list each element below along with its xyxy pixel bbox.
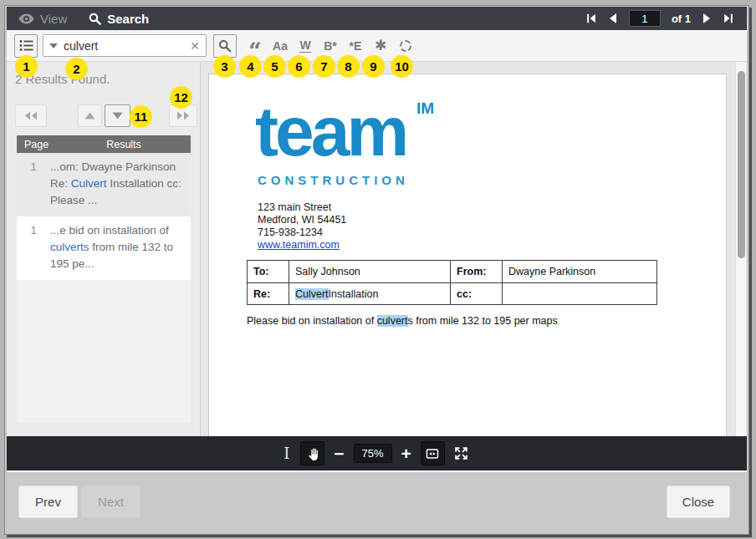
re-value: Culvert Installation bbox=[289, 282, 450, 304]
last-page-button[interactable] bbox=[723, 13, 734, 24]
first-result-button[interactable] bbox=[15, 104, 47, 127]
content-area: 2 Results Found. Page Results bbox=[7, 62, 747, 436]
mode-tabs: View Search bbox=[7, 12, 149, 26]
last-result-button[interactable] bbox=[169, 104, 197, 127]
result-row[interactable]: 1...e bid on installation of culverts fr… bbox=[17, 216, 191, 280]
down-arrow-icon bbox=[112, 112, 123, 119]
search-input[interactable] bbox=[64, 39, 186, 53]
zoom-in-button[interactable]: + bbox=[400, 444, 413, 464]
exact-phrase-button[interactable]: “ bbox=[245, 35, 265, 57]
logo-subtitle: CONSTRUCTION bbox=[258, 173, 409, 187]
previous-page-button[interactable] bbox=[608, 13, 618, 24]
results-navigation bbox=[7, 104, 200, 127]
result-page-number: 1 bbox=[17, 222, 50, 272]
tab-view-label: View bbox=[40, 12, 67, 26]
divider bbox=[7, 470, 747, 472]
zoom-out-button[interactable]: − bbox=[332, 444, 345, 464]
list-icon bbox=[19, 39, 33, 52]
hand-icon bbox=[305, 446, 319, 461]
page-number-input[interactable]: 1 bbox=[629, 10, 661, 27]
whole-word-button[interactable]: W bbox=[295, 35, 315, 57]
from-label: From: bbox=[450, 261, 502, 282]
search-dialog: View Search 1 of 1 bbox=[4, 5, 749, 535]
address-line: 123 main Street bbox=[258, 201, 346, 214]
next-page-icon bbox=[702, 13, 712, 24]
logo-trademark: IM bbox=[416, 99, 434, 118]
address-line: Medford, WI 54451 bbox=[258, 214, 346, 226]
memo-row: To: Sally Johnson From: Dwayne Parkinson bbox=[248, 261, 656, 282]
dashed-circle-icon bbox=[400, 40, 411, 52]
eye-icon bbox=[18, 13, 34, 24]
search-button[interactable] bbox=[213, 34, 237, 58]
results-column-header: Results bbox=[57, 139, 191, 150]
next-result-button[interactable] bbox=[105, 104, 130, 127]
results-table: Page Results 1...om: Dwayne Parkinson Re… bbox=[17, 135, 191, 423]
tab-search-label: Search bbox=[107, 12, 149, 26]
company-logo: team IM bbox=[255, 98, 406, 165]
results-body: 1...om: Dwayne Parkinson Re: Culvert Ins… bbox=[17, 153, 191, 280]
fit-width-button[interactable] bbox=[421, 441, 445, 465]
previous-result-button[interactable] bbox=[78, 104, 102, 127]
pan-tool-button[interactable] bbox=[300, 441, 324, 465]
text-select-tool-icon[interactable]: I bbox=[284, 445, 289, 462]
vertical-scrollbar[interactable] bbox=[735, 62, 746, 436]
document-viewport: team IM CONSTRUCTION 123 main Street Med… bbox=[202, 62, 747, 436]
document-body-text: Please bid on installation of culverts f… bbox=[247, 315, 558, 327]
search-combo-box: ✕ bbox=[43, 34, 207, 57]
first-result-icon bbox=[24, 111, 38, 120]
re-label: Re: bbox=[248, 282, 289, 304]
close-button[interactable]: Close bbox=[667, 486, 730, 518]
scrollbar-thumb[interactable] bbox=[738, 71, 745, 258]
page-total-label: of 1 bbox=[672, 13, 691, 25]
last-page-icon bbox=[723, 13, 734, 24]
zoom-level[interactable]: 75% bbox=[354, 444, 392, 463]
top-bar: View Search 1 of 1 bbox=[7, 7, 747, 30]
first-page-button[interactable] bbox=[585, 13, 597, 24]
expand-icon bbox=[454, 446, 468, 460]
begins-with-button[interactable]: B* bbox=[320, 35, 340, 57]
to-label: To: bbox=[248, 261, 289, 282]
search-icon bbox=[89, 13, 101, 25]
to-value: Sally Johnson bbox=[289, 261, 450, 282]
cc-label: cc: bbox=[450, 282, 502, 304]
search-options: “ Aa W B* *E ✱ bbox=[245, 35, 416, 57]
zoom-toolbar: I − 75% + bbox=[7, 436, 747, 470]
fit-width-icon bbox=[426, 447, 439, 460]
search-toolbar: ✕ “ Aa W B* *E ✱ bbox=[7, 30, 747, 62]
logo-text: team bbox=[255, 92, 406, 170]
next-button[interactable]: Next bbox=[81, 486, 140, 518]
fullscreen-button[interactable] bbox=[452, 446, 470, 460]
up-arrow-icon bbox=[84, 112, 95, 119]
page-column-header: Page bbox=[17, 139, 57, 150]
memo-row: Re: Culvert Installation cc: bbox=[248, 282, 656, 304]
ends-with-button[interactable]: *E bbox=[345, 35, 365, 57]
last-result-icon bbox=[176, 111, 190, 120]
results-count: 2 Results Found. bbox=[15, 72, 110, 86]
proximity-button[interactable] bbox=[396, 35, 416, 57]
search-magnifier-icon bbox=[218, 39, 232, 53]
first-page-icon bbox=[585, 13, 597, 24]
result-row[interactable]: 1...om: Dwayne Parkinson Re: Culvert Ins… bbox=[17, 153, 191, 216]
results-table-header: Page Results bbox=[17, 135, 191, 153]
website-link[interactable]: www.teamim.com bbox=[258, 239, 340, 251]
address-line: 715-938-1234 bbox=[258, 226, 346, 239]
tab-search[interactable]: Search bbox=[89, 12, 149, 26]
cc-value bbox=[502, 282, 656, 304]
document-page: team IM CONSTRUCTION 123 main Street Med… bbox=[208, 74, 727, 436]
match-case-button[interactable]: Aa bbox=[270, 35, 290, 57]
previous-page-icon bbox=[608, 13, 618, 24]
wildcard-button[interactable]: ✱ bbox=[370, 35, 391, 57]
company-address: 123 main Street Medford, WI 54451 715-93… bbox=[258, 201, 346, 252]
next-page-button[interactable] bbox=[702, 13, 712, 24]
result-snippet: ...om: Dwayne Parkinson Re: Culvert Inst… bbox=[50, 159, 187, 209]
result-page-number: 1 bbox=[17, 159, 50, 209]
page-navigation: 1 of 1 bbox=[585, 10, 747, 27]
tab-view[interactable]: View bbox=[18, 12, 67, 26]
prev-button[interactable]: Prev bbox=[18, 486, 78, 518]
results-list-toggle-button[interactable] bbox=[14, 34, 38, 58]
results-empty-area bbox=[17, 280, 191, 423]
dropdown-arrow-icon[interactable] bbox=[49, 43, 58, 48]
memo-table: To: Sally Johnson From: Dwayne Parkinson… bbox=[247, 260, 657, 305]
clear-search-icon[interactable]: ✕ bbox=[190, 39, 200, 53]
result-snippet: ...e bid on installation of culverts fro… bbox=[50, 222, 187, 272]
